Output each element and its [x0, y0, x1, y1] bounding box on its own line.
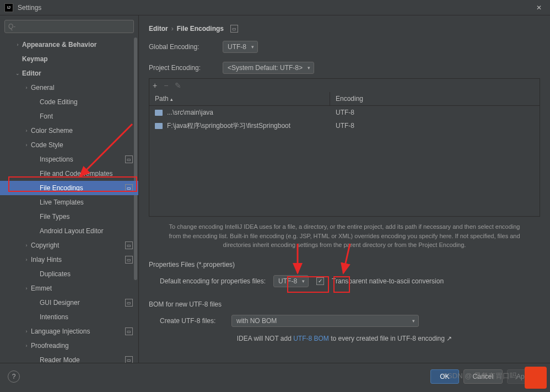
remove-icon[interactable]: −: [164, 81, 168, 90]
tree-item-file-and-code-templates[interactable]: File and Code Templates: [0, 167, 138, 181]
tree-item-duplicates[interactable]: Duplicates: [0, 267, 138, 281]
encoding-cell: UTF-8: [330, 109, 540, 116]
watermark: CSDN @ 早餐有胃口吗: [443, 371, 517, 381]
tree-item-live-templates[interactable]: Live Templates: [0, 195, 138, 210]
tree-item-label: Duplicates: [40, 270, 71, 278]
tree-item-label: General: [31, 84, 55, 92]
bom-section-title: BOM for new UTF-8 files: [149, 300, 540, 308]
edit-icon[interactable]: ✎: [175, 81, 181, 90]
project-encoding-label: Project Encoding:: [149, 64, 215, 72]
global-encoding-label: Global Encoding:: [149, 43, 215, 51]
path-cell: ...\src\main\java: [167, 109, 213, 116]
tree-item-label: Editor: [22, 69, 41, 77]
tree-item-label: Appearance & Behavior: [22, 41, 96, 49]
chevron-icon: ›: [22, 142, 31, 148]
tree-item-label: GUI Designer: [40, 299, 80, 307]
hint-text: To change encoding IntelliJ IDEA uses fo…: [149, 217, 540, 255]
breadcrumb: Editor › File Encodings ▭: [149, 21, 540, 36]
tree-item-label: Live Templates: [40, 198, 84, 206]
tree-item-label: Reader Mode: [40, 356, 80, 363]
chevron-icon: ⌄: [13, 71, 22, 76]
close-icon[interactable]: ✕: [532, 1, 546, 14]
tree-item-emmet[interactable]: ›Emmet: [0, 281, 138, 296]
chevron-icon: ›: [22, 243, 31, 248]
folder-icon: [155, 123, 163, 129]
tree-item-label: Android Layout Editor: [40, 227, 103, 235]
tree-item-keymap[interactable]: Keymap: [0, 52, 138, 66]
col-encoding[interactable]: Encoding: [330, 92, 540, 105]
tree-item-intentions[interactable]: Intentions: [0, 310, 138, 324]
tree-item-label: Color Scheme: [31, 127, 73, 135]
transparent-ascii-checkbox[interactable]: [316, 277, 324, 285]
tree-item-label: Inlay Hints: [31, 256, 62, 264]
corner-badge-icon: [525, 367, 547, 389]
tree-item-label: Intentions: [40, 313, 68, 321]
tree-item-label: Copyright: [31, 241, 59, 249]
settings-tree[interactable]: ›Appearance & BehaviorKeymap⌄Editor›Gene…: [0, 37, 138, 363]
tree-item-color-scheme[interactable]: ›Color Scheme: [0, 123, 138, 138]
project-scope-icon: ▭: [125, 256, 133, 264]
tree-item-label: File and Code Templates: [40, 170, 113, 178]
tree-item-reader-mode[interactable]: Reader Mode▭: [0, 353, 138, 363]
tree-item-label: File Types: [40, 213, 69, 221]
create-utf8-label: Create UTF-8 files:: [160, 317, 224, 325]
tree-item-file-encodings[interactable]: File Encodings▭: [0, 181, 138, 195]
encoding-table: + − ✎ Path ▴ Encoding ...\src\main\javaU…: [149, 78, 540, 217]
tree-item-inlay-hints[interactable]: ›Inlay Hints▭: [0, 253, 138, 267]
tree-item-label: Code Style: [31, 141, 63, 149]
chevron-right-icon: ›: [171, 25, 174, 33]
tree-item-copyright[interactable]: ›Copyright▭: [0, 238, 138, 253]
global-encoding-combo[interactable]: UTF-8: [223, 41, 258, 53]
utf8-bom-link[interactable]: UTF-8 BOM: [293, 335, 329, 342]
tree-item-android-layout-editor[interactable]: Android Layout Editor: [0, 224, 138, 238]
tree-item-code-style[interactable]: ›Code Style: [0, 138, 138, 152]
breadcrumb-file-encodings: File Encodings: [177, 25, 224, 33]
tree-item-editor[interactable]: ⌄Editor: [0, 66, 138, 80]
tree-item-font[interactable]: Font: [0, 109, 138, 123]
tree-item-label: Proofreading: [31, 342, 69, 350]
table-row[interactable]: ...\src\main\javaUTF-8: [149, 106, 540, 119]
folder-icon: [155, 110, 163, 116]
props-encoding-combo[interactable]: UTF-8: [273, 275, 309, 287]
tree-item-file-types[interactable]: File Types: [0, 210, 138, 224]
project-scope-icon: ▭: [125, 155, 133, 163]
tree-item-label: Emmet: [31, 284, 52, 292]
tree-item-language-injections[interactable]: ›Language Injections▭: [0, 324, 138, 339]
path-cell: F:\java程序\springboot学习\firstSpringboot: [167, 121, 290, 131]
tree-item-inspections[interactable]: Inspections▭: [0, 152, 138, 167]
create-utf8-combo[interactable]: with NO BOM: [231, 315, 419, 327]
tree-item-label: File Encodings: [40, 184, 83, 192]
project-scope-icon: ▭: [125, 299, 133, 307]
sidebar: ›Appearance & BehaviorKeymap⌄Editor›Gene…: [0, 15, 139, 363]
chevron-icon: ›: [22, 343, 31, 348]
chevron-icon: ›: [22, 128, 31, 133]
tree-item-appearance-behavior[interactable]: ›Appearance & Behavior: [0, 37, 138, 52]
tree-item-label: Language Injections: [31, 327, 90, 335]
project-scope-icon: ▭: [125, 184, 133, 192]
project-scope-icon: ▭: [230, 25, 238, 33]
tree-item-proofreading[interactable]: ›Proofreading: [0, 339, 138, 353]
help-icon[interactable]: ?: [8, 370, 20, 383]
search-input[interactable]: [4, 20, 134, 33]
tree-item-label: Font: [40, 112, 53, 120]
tree-item-label: Code Editing: [40, 98, 78, 106]
table-row[interactable]: F:\java程序\springboot学习\firstSpringbootUT…: [149, 119, 540, 132]
window-title: Settings: [18, 4, 41, 12]
tree-item-gui-designer[interactable]: GUI Designer▭: [0, 296, 138, 310]
breadcrumb-editor[interactable]: Editor: [149, 25, 168, 33]
tree-item-label: Inspections: [40, 155, 73, 163]
app-logo-icon: IJ: [4, 3, 13, 12]
main-panel: Editor › File Encodings ▭ Global Encodin…: [139, 15, 550, 363]
add-icon[interactable]: +: [153, 81, 157, 90]
chevron-icon: ›: [22, 257, 31, 262]
tree-item-general[interactable]: ›General: [0, 80, 138, 95]
col-path[interactable]: Path ▴: [149, 92, 330, 105]
chevron-icon: ›: [22, 85, 31, 90]
project-encoding-combo[interactable]: <System Default: UTF-8>: [223, 62, 314, 74]
bom-help-text: IDEA will NOT add UTF-8 BOM to every cre…: [149, 335, 540, 342]
properties-section-title: Properties Files (*.properties): [149, 261, 540, 269]
titlebar: IJ Settings ✕: [0, 0, 550, 15]
tree-item-code-editing[interactable]: Code Editing: [0, 95, 138, 109]
chevron-icon: ›: [13, 42, 22, 47]
chevron-icon: ›: [22, 329, 31, 334]
